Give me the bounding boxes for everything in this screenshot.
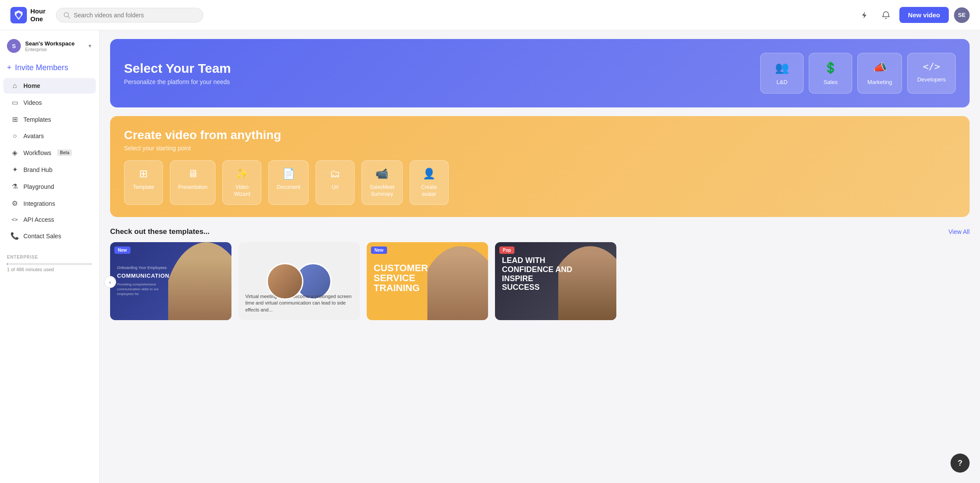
sidebar-item-label: API Access: [23, 216, 54, 223]
beta-badge: Beta: [57, 149, 72, 156]
notification-button[interactable]: [878, 7, 894, 23]
api-icon: <>: [10, 217, 19, 223]
new-video-button[interactable]: New video: [899, 7, 949, 23]
salesmeet-icon: 📹: [375, 168, 388, 180]
workspace-row[interactable]: S Sean's Workspace Enterprise ▼: [0, 36, 99, 58]
enterprise-label: ENTERPRISE: [0, 255, 99, 259]
templates-section-title: Check out these templates...: [110, 227, 210, 236]
create-video-subtitle: Select your starting point: [124, 145, 956, 152]
person-area: [168, 242, 231, 320]
sidebar-item-playground[interactable]: ⚗ Playground: [3, 178, 96, 194]
banner-title: Select Your Team: [124, 61, 760, 76]
template-card-lead-confidence[interactable]: Pop LEAD WITH CONFIDENCE AND INSPIRE SUC…: [495, 242, 616, 320]
search-input[interactable]: [74, 12, 196, 19]
sidebar-item-workflows[interactable]: ◈ Workflows Beta: [3, 145, 96, 161]
sidebar-item-home[interactable]: ⌂ Home: [3, 78, 96, 94]
developers-icon: </>: [923, 61, 940, 72]
sidebar-item-label: Brand Hub: [23, 166, 52, 173]
prev-templates-button[interactable]: ‹: [104, 276, 116, 288]
phone-icon: 📞: [10, 232, 19, 240]
create-url-card[interactable]: 🗂 Url: [316, 160, 355, 205]
card-desc: Providing comprehensive communication sk…: [117, 282, 169, 297]
team-card-ld[interactable]: 👥 L&D: [760, 53, 804, 94]
help-button[interactable]: ?: [951, 454, 970, 473]
sidebar-item-label: Videos: [23, 99, 42, 106]
workspace-name: Sean's Workspace: [25, 40, 83, 47]
create-avatar-icon: 👤: [423, 168, 436, 180]
integrations-icon: ⚙: [10, 199, 19, 207]
progress-container: 1 of 486 minutes used: [0, 263, 99, 272]
workspace-info: Sean's Workspace Enterprise: [25, 40, 83, 52]
template-create-icon: ⊞: [139, 168, 148, 180]
template-create-label: Template: [133, 184, 154, 191]
templates-section-header: Check out these templates... View All: [110, 227, 970, 236]
templates-wrapper: ‹ New Onboarding Your Employees COMMUNIC…: [110, 242, 970, 322]
create-avatar-card[interactable]: 👤 Createavatar: [410, 160, 449, 205]
template-card-virtual-meetings[interactable]: Virtual meetings have become a prolonged…: [238, 242, 360, 320]
flash-icon-button[interactable]: [856, 7, 873, 23]
person-silhouette: [168, 242, 231, 320]
topnav: HourOne New video SE: [0, 0, 980, 30]
svg-line-2: [68, 16, 70, 18]
create-presentation-card[interactable]: 🖥 Presentation: [170, 160, 215, 205]
card3-text: CUSTOMERSERVICETRAINING: [374, 251, 428, 293]
sidebar-item-label: Playground: [23, 183, 54, 190]
team-card-marketing[interactable]: 📣 Marketing: [857, 53, 902, 94]
marketing-icon: 📣: [873, 61, 887, 75]
logo-text: HourOne: [30, 7, 46, 23]
card4-text: LEAD WITH CONFIDENCE AND INSPIRE SUCCESS: [502, 249, 572, 292]
home-icon: ⌂: [10, 82, 19, 90]
card4-title: LEAD WITH CONFIDENCE AND INSPIRE SUCCESS: [502, 256, 572, 292]
sidebar: S Sean's Workspace Enterprise ▼ + Invite…: [0, 30, 100, 483]
team-card-sales[interactable]: 💲 Sales: [809, 53, 852, 94]
card-company: Onboarding Your Employees: [117, 266, 169, 270]
create-avatar-label: Createavatar: [421, 184, 437, 198]
progress-label: 1 of 486 minutes used: [7, 267, 92, 272]
chevron-down-icon: ▼: [88, 43, 92, 49]
workflow-icon: ◈: [10, 149, 19, 157]
create-salesmeet-card[interactable]: 📹 SalesMeetSummary: [361, 160, 403, 205]
team-card-developers[interactable]: </> Developers: [907, 53, 956, 94]
select-team-banner: Select Your Team Personalize the platfor…: [110, 39, 970, 107]
sidebar-item-integrations[interactable]: ⚙ Integrations: [3, 195, 96, 211]
progress-bar-background: [7, 263, 92, 265]
search-bar[interactable]: [56, 8, 203, 23]
salesmeet-label: SalesMeetSummary: [370, 184, 394, 198]
sidebar-item-label: Workflows: [23, 149, 51, 156]
playground-icon: ⚗: [10, 182, 19, 191]
new-badge: New: [114, 246, 130, 254]
avatar-icon: ○: [10, 132, 19, 140]
new-badge-2: New: [371, 246, 387, 254]
presentation-label: Presentation: [178, 184, 207, 191]
team-options: 👥 L&D 💲 Sales 📣 Marketing </> Developers: [760, 53, 956, 94]
banner-subtitle: Personalize the platform for your needs: [124, 78, 760, 85]
create-video-wizard-card[interactable]: ✨ VideoWizard: [222, 160, 261, 205]
template-card-customer-service[interactable]: New CUSTOMERSERVICETRAINING: [367, 242, 488, 320]
invite-members-button[interactable]: + Invite Members: [0, 60, 99, 76]
ld-label: L&D: [777, 79, 788, 85]
sidebar-item-label: Contact Sales: [23, 233, 61, 240]
sidebar-item-api[interactable]: <> API Access: [3, 212, 96, 227]
sidebar-item-brandhub[interactable]: ✦ Brand Hub: [3, 162, 96, 178]
video-wizard-label: VideoWizard: [234, 184, 250, 198]
view-all-link[interactable]: View All: [948, 228, 970, 235]
sales-icon: 💲: [824, 61, 837, 75]
sidebar-item-videos[interactable]: ▭ Videos: [3, 94, 96, 110]
avatar-1: [267, 263, 303, 300]
main-layout: S Sean's Workspace Enterprise ▼ + Invite…: [0, 30, 980, 483]
create-video-banner: Create video from anything Select your s…: [110, 116, 970, 217]
create-template-card[interactable]: ⊞ Template: [124, 160, 163, 205]
sidebar-item-avatars[interactable]: ○ Avatars: [3, 128, 96, 144]
card-title: COMMUNICATION: [117, 273, 169, 280]
video-wizard-icon: ✨: [235, 168, 248, 180]
sidebar-item-label: Home: [23, 82, 40, 89]
template-card-communication[interactable]: New Onboarding Your Employees COMMUNICAT…: [110, 242, 231, 320]
create-document-card[interactable]: 📄 Document: [268, 160, 309, 205]
presentation-icon: 🖥: [188, 168, 198, 180]
user-avatar[interactable]: SE: [954, 7, 970, 23]
card3-title: CUSTOMERSERVICETRAINING: [374, 263, 428, 293]
content-area: Select Your Team Personalize the platfor…: [100, 30, 980, 483]
sidebar-item-templates[interactable]: ⊞ Templates: [3, 111, 96, 127]
sidebar-item-contact[interactable]: 📞 Contact Sales: [3, 228, 96, 244]
search-icon: [63, 12, 70, 19]
